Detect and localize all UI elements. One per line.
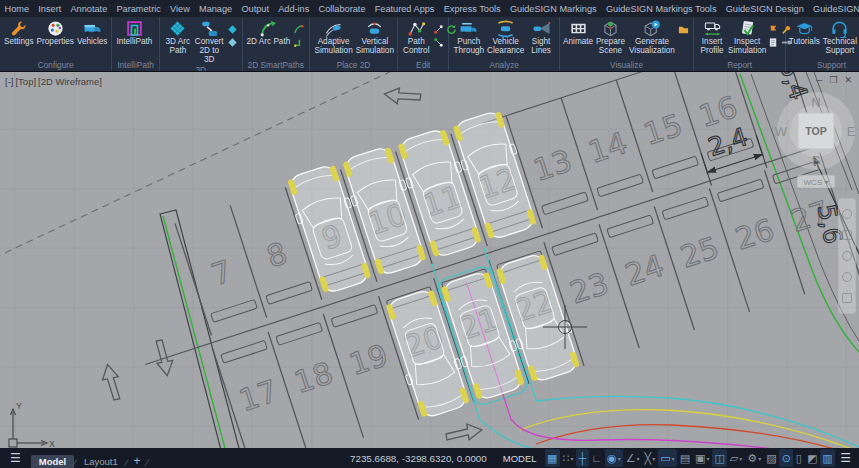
tab-guidesign-markings-tools[interactable]: GuideSIGN Markings Tools bbox=[601, 0, 721, 17]
button-prepare-scene[interactable]: Prepare Scene bbox=[594, 19, 627, 56]
minimize-icon[interactable]: ─ bbox=[816, 75, 822, 85]
tab-parametric[interactable]: Parametric bbox=[112, 0, 166, 17]
layout-tab-layout1[interactable]: Layout1 bbox=[76, 455, 126, 468]
doc-small-icon[interactable] bbox=[768, 34, 779, 45]
selection-filter-icon[interactable]: ▱▾ bbox=[727, 449, 744, 467]
button-vertical-simulation[interactable]: Vertical Simulation bbox=[355, 19, 394, 56]
ucs-icon: Y X bbox=[9, 401, 55, 448]
selection-cycling-icon[interactable]: ▣▾ bbox=[693, 449, 712, 467]
tab-manage[interactable]: Manage bbox=[194, 0, 236, 17]
drawing-viewport[interactable]: 78910111213141516 1718192021222324252627 bbox=[0, 72, 859, 448]
viewport-menu-button[interactable]: [-] bbox=[5, 76, 13, 87]
button-settings[interactable]: Settings bbox=[3, 19, 35, 47]
viewcube-south[interactable]: S bbox=[812, 153, 821, 168]
button-tutorials[interactable]: Tutorials bbox=[789, 19, 819, 47]
tab-guidesign-plan[interactable]: GuideSIGN Plan bbox=[808, 0, 859, 17]
tab-annotate[interactable]: Annotate bbox=[66, 0, 112, 17]
ortho-icon[interactable]: ∟ bbox=[589, 449, 605, 467]
isolate-objects-icon[interactable]: ◩ bbox=[804, 449, 819, 467]
dynamic-ucs-icon[interactable]: ◫ bbox=[712, 449, 727, 467]
tab-express-tools[interactable]: Express Tools bbox=[439, 0, 505, 17]
graphics-performance-icon[interactable]: ▥ bbox=[820, 449, 835, 467]
button-sight-lines[interactable]: Sight Lines bbox=[526, 19, 556, 56]
button-punch-through[interactable]: Punch Through bbox=[452, 19, 485, 56]
button-convert-2d-to-3d[interactable]: Convert 2D to 3D bbox=[194, 19, 225, 65]
polar-tracking-icon[interactable]: ◉▾ bbox=[605, 449, 624, 467]
viewcube-north[interactable]: N bbox=[811, 95, 820, 110]
drawing-canvas[interactable]: 78910111213141516 1718192021222324252627 bbox=[0, 72, 859, 448]
tab-featured-apps[interactable]: Featured Apps bbox=[370, 0, 439, 17]
tab-add-ins[interactable]: Add-ins bbox=[274, 0, 314, 17]
button-3d-arc-path[interactable]: 3D Arc Path bbox=[163, 19, 193, 56]
viewport-style-button[interactable]: [2D Wireframe] bbox=[38, 76, 102, 87]
viewport-controls: [-] [Top] [2D Wireframe] bbox=[5, 76, 102, 87]
chevron-down-icon[interactable]: ▾ bbox=[706, 455, 709, 462]
tab-collaborate[interactable]: Collaborate bbox=[314, 0, 370, 17]
viewcube-east[interactable]: E bbox=[847, 124, 856, 139]
tab-output[interactable]: Output bbox=[237, 0, 274, 17]
chevron-down-icon[interactable]: ▾ bbox=[652, 455, 655, 462]
infer-constraints-icon[interactable]: ┼ bbox=[576, 449, 589, 467]
chevron-down-icon[interactable]: ▾ bbox=[672, 455, 675, 462]
showmotion-icon[interactable] bbox=[842, 293, 852, 303]
isometric-drafting-icon[interactable]: ∠▾ bbox=[623, 449, 642, 467]
quick-properties-icon[interactable]: ▯ bbox=[793, 449, 804, 467]
path-small-icon[interactable] bbox=[293, 21, 304, 32]
diamond-small-icon[interactable] bbox=[227, 21, 238, 32]
stall-number: 14 bbox=[584, 125, 631, 170]
button-insert-profile[interactable]: Insert Profile bbox=[697, 19, 727, 56]
object-snap-icon[interactable]: ▭▾ bbox=[658, 449, 677, 467]
snap-mode-icon[interactable]: ∷▾ bbox=[560, 449, 576, 467]
chevron-down-icon[interactable]: ▾ bbox=[637, 455, 640, 462]
chevron-down-icon[interactable]: ▾ bbox=[758, 455, 761, 462]
zoom-icon[interactable] bbox=[842, 251, 852, 261]
button-label: Vehicle Clearance bbox=[487, 38, 524, 56]
status-bar: ☰ Model∕Layout1∕+∕ 7235.6688, -3298.6320… bbox=[0, 448, 859, 468]
button-animate[interactable]: Animate bbox=[563, 19, 593, 47]
button-technical-support[interactable]: Technical Support bbox=[820, 19, 859, 56]
pan-icon[interactable] bbox=[842, 230, 852, 240]
chevron-down-icon[interactable]: ▾ bbox=[618, 455, 621, 462]
workspace-icon[interactable]: ⊙ bbox=[779, 449, 793, 467]
folder-small-icon[interactable] bbox=[678, 21, 689, 32]
close-icon[interactable]: ✕ bbox=[844, 75, 852, 85]
path-small2-icon[interactable] bbox=[293, 34, 304, 45]
tab-guidesign-markings[interactable]: GuideSIGN Markings bbox=[505, 0, 601, 17]
model-space-button[interactable]: MODEL bbox=[496, 453, 544, 464]
button-inspect-simulation[interactable]: Inspect Simulation bbox=[728, 19, 766, 56]
chevron-down-icon[interactable]: ▾ bbox=[570, 455, 573, 462]
button-adaptive-simulation[interactable]: Adaptive Simulation bbox=[313, 19, 355, 56]
tab-home[interactable]: Home bbox=[0, 0, 34, 17]
layout-menu-icon[interactable]: ☰ bbox=[4, 451, 27, 465]
new-layout-button[interactable]: + bbox=[127, 454, 146, 468]
grid-icon[interactable]: ▦ bbox=[545, 449, 560, 467]
clean-screen-icon[interactable]: ☰ bbox=[836, 451, 855, 465]
button-intellipath[interactable]: IntelliPath bbox=[115, 19, 153, 47]
button-path-control[interactable]: Path Control bbox=[401, 19, 431, 56]
button-properties[interactable]: Properties bbox=[36, 19, 75, 47]
restore-icon[interactable]: ❐ bbox=[829, 75, 837, 85]
button-vehicle-clearance[interactable]: Vehicle Clearance bbox=[486, 19, 525, 56]
chevron-down-icon[interactable]: ▾ bbox=[739, 455, 742, 462]
tab-insert[interactable]: Insert bbox=[34, 0, 66, 17]
flag-small-icon[interactable] bbox=[768, 21, 779, 32]
navwheel-icon[interactable] bbox=[842, 209, 852, 219]
gizmo-icon[interactable]: ⚙▾ bbox=[745, 449, 764, 467]
dots-small2-icon[interactable] bbox=[433, 34, 444, 45]
layout-tab-model[interactable]: Model bbox=[31, 455, 74, 468]
diamond-small2-icon[interactable] bbox=[227, 34, 238, 45]
ribbon-group-support: TutorialsTechnical SupportSupport bbox=[786, 17, 859, 71]
tab-guidesign-design[interactable]: GuideSIGN Design bbox=[721, 0, 808, 17]
viewcube[interactable]: N W E S TOP WCS ▾ bbox=[770, 86, 859, 192]
viewport-view-button[interactable]: [Top] bbox=[15, 76, 36, 87]
viewcube-west[interactable]: W bbox=[775, 124, 788, 139]
button-2d-arc-path[interactable]: 2D Arc Path bbox=[246, 19, 292, 47]
annotation-visibility-icon[interactable]: ▨ bbox=[764, 449, 779, 467]
orbit-icon[interactable] bbox=[842, 272, 852, 282]
dots-small-icon[interactable] bbox=[433, 21, 444, 32]
lineweight-icon[interactable]: ▤ bbox=[677, 449, 692, 467]
button-generate-visualization[interactable]: Generate Visualization bbox=[628, 19, 676, 56]
tab-view[interactable]: View bbox=[165, 0, 194, 17]
osnap-tracking-icon[interactable]: ╳▾ bbox=[642, 449, 658, 467]
button-vehicles[interactable]: Vehicles bbox=[76, 19, 109, 47]
